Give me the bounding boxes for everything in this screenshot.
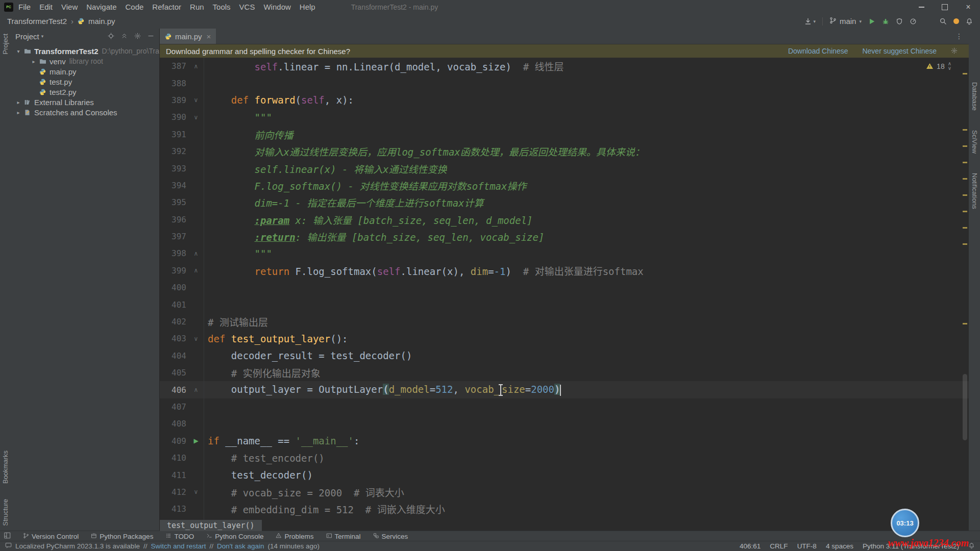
line-number[interactable]: 408 — [160, 419, 188, 429]
fold-icon[interactable]: ∨ — [188, 96, 204, 104]
tool-button-python-console[interactable]: Python Console — [206, 533, 263, 540]
line-number[interactable]: 389 — [160, 95, 188, 105]
code-line-401[interactable]: 401 — [160, 296, 969, 313]
line-number[interactable]: 395 — [160, 197, 188, 207]
code-line-396[interactable]: 396 :param x: 输入张量 [batch_size, seq_len,… — [160, 211, 969, 228]
prev-next-warning-icons[interactable]: ∧∨ — [948, 62, 951, 70]
search-everywhere-button[interactable] — [939, 17, 947, 25]
branch-widget[interactable]: main ▾ — [829, 17, 862, 26]
code-line-411[interactable]: 411 test_decoder() — [160, 466, 969, 483]
line-number[interactable]: 392 — [160, 146, 188, 156]
menu-help[interactable]: Help — [300, 3, 315, 11]
warning-stripe-mark[interactable] — [963, 162, 967, 163]
editor-scrollbar[interactable] — [961, 58, 969, 531]
fold-icon[interactable]: ∧ — [188, 386, 204, 393]
code-line-392[interactable]: 392 对输入x通过线性层变换后，应用log_softmax函数处理，最后返回处… — [160, 143, 969, 160]
code-line-412[interactable]: 412∨ # vocab_size = 2000 # 词表大小 — [160, 484, 969, 500]
ide-update-indicator[interactable] — [953, 18, 959, 24]
code-line-403[interactable]: 403∨def test_output_layer(): — [160, 330, 969, 347]
code-line-402[interactable]: 402# 测试输出层 — [160, 313, 969, 330]
chevron-down-icon[interactable]: ▾ — [41, 34, 44, 39]
profiler-button[interactable] — [910, 18, 917, 25]
line-number[interactable]: 398 — [160, 248, 188, 258]
code-line-389[interactable]: 389∨ def forward(self, x): — [160, 92, 969, 109]
line-number[interactable]: 387 — [160, 61, 188, 71]
line-number[interactable]: 401 — [160, 300, 188, 310]
tree-item-scratches-and-consoles[interactable]: ▸Scratches and Consoles — [10, 107, 159, 117]
code-line-407[interactable]: 407 — [160, 398, 969, 415]
line-number[interactable]: 411 — [160, 470, 188, 480]
tool-stripe-sciview[interactable]: SciView — [971, 130, 978, 154]
code-line-398[interactable]: 398∧ """ — [160, 245, 969, 262]
fold-icon[interactable]: ∨ — [188, 488, 204, 495]
line-number[interactable]: 397 — [160, 232, 188, 241]
line-number[interactable]: 413 — [160, 504, 188, 514]
gutter-run[interactable]: ▶ — [188, 437, 204, 444]
switch-and-restart-link[interactable]: Switch and restart — [151, 542, 206, 550]
tool-button-problems[interactable]: Problems — [276, 533, 313, 540]
menu-file[interactable]: File — [18, 3, 31, 11]
tool-button-python-packages[interactable]: Python Packages — [91, 533, 153, 540]
update-project-button[interactable]: ▾ — [804, 17, 816, 26]
tool-stripe-structure[interactable]: Structure — [2, 499, 9, 526]
code-line-410[interactable]: 410 # test_encoder() — [160, 449, 969, 466]
tool-stripe-database[interactable]: Database — [971, 82, 978, 111]
tab-options-icon[interactable]: ⋮ — [949, 29, 969, 44]
banner-download-link[interactable]: Download Chinese — [788, 47, 848, 55]
code-line-399[interactable]: 399∧ return F.log_softmax(self.linear(x)… — [160, 262, 969, 279]
hide-panel-icon[interactable] — [148, 32, 154, 41]
menu-code[interactable]: Code — [125, 3, 143, 11]
tool-stripe-bookmarks[interactable]: Bookmarks — [2, 450, 9, 484]
tree-chevron-icon[interactable]: ▾ — [14, 48, 22, 54]
tree-item-test2-py[interactable]: test2.py — [10, 87, 159, 97]
tree-item-test-py[interactable]: test.py — [10, 77, 159, 87]
line-number[interactable]: 390 — [160, 112, 188, 122]
warning-stripe-mark[interactable] — [963, 243, 967, 245]
menu-vcs[interactable]: VCS — [239, 3, 255, 11]
line-number[interactable]: 403 — [160, 334, 188, 343]
code-line-408[interactable]: 408 — [160, 415, 969, 432]
warning-stripe-mark[interactable] — [963, 145, 967, 147]
line-number[interactable]: 412 — [160, 487, 188, 497]
tool-button-todo[interactable]: TODO — [165, 533, 194, 540]
line-number[interactable]: 394 — [160, 181, 188, 190]
project-panel-title[interactable]: Project — [15, 32, 39, 41]
editor-breadcrumb[interactable]: test_output_layer() — [160, 520, 262, 531]
menu-window[interactable]: Window — [263, 3, 290, 11]
settings-gear-icon[interactable] — [134, 32, 141, 41]
line-number[interactable]: 406 — [160, 385, 188, 395]
run-button[interactable] — [868, 18, 875, 25]
collapse-all-icon[interactable] — [121, 32, 128, 41]
inspections-widget[interactable]: 18 ∧∨ — [926, 62, 951, 70]
maximize-button[interactable] — [933, 0, 957, 14]
menu-navigate[interactable]: Navigate — [86, 3, 116, 11]
menu-tools[interactable]: Tools — [213, 3, 231, 11]
line-number[interactable]: 405 — [160, 368, 188, 378]
code-line-395[interactable]: 395 dim=-1 - 指定在最后一个维度上进行softmax计算 — [160, 194, 969, 211]
tree-item-venv[interactable]: ▸venvlibrary root — [10, 56, 159, 66]
minimize-button[interactable] — [910, 0, 933, 14]
fold-icon[interactable]: ∧ — [188, 267, 204, 274]
notifications-bell-icon[interactable] — [966, 18, 973, 25]
breadcrumb-project[interactable]: TransformerTest2 — [7, 17, 67, 26]
line-number[interactable]: 400 — [160, 283, 188, 292]
menu-run[interactable]: Run — [190, 3, 204, 11]
tree-item-transformertest2[interactable]: ▾TransformerTest2D:\python_pro\Transf — [10, 46, 159, 56]
tab-close-icon[interactable]: × — [207, 32, 211, 41]
breadcrumb-file[interactable]: main.py — [88, 17, 115, 26]
fold-icon[interactable]: ∨ — [188, 114, 204, 121]
tool-stripe-notifications[interactable]: Notifications — [971, 173, 978, 209]
code-line-406[interactable]: 406∧ output_layer = OutputLayer(d_model=… — [160, 381, 969, 398]
banner-settings-icon[interactable] — [951, 47, 958, 56]
scrollbar-thumb[interactable] — [963, 374, 967, 440]
tool-button-terminal[interactable]: Terminal — [326, 533, 361, 540]
close-button[interactable]: × — [957, 0, 980, 14]
tool-button-services[interactable]: Services — [373, 533, 408, 540]
fold-icon[interactable]: ∨ — [188, 335, 204, 342]
tree-item-main-py[interactable]: main.py — [10, 66, 159, 77]
line-number[interactable]: 399 — [160, 266, 188, 276]
tree-chevron-icon[interactable]: ▸ — [30, 59, 38, 64]
debug-button[interactable] — [882, 18, 889, 25]
locate-file-icon[interactable] — [108, 32, 114, 41]
caret-position[interactable]: 406:61 — [740, 542, 761, 550]
